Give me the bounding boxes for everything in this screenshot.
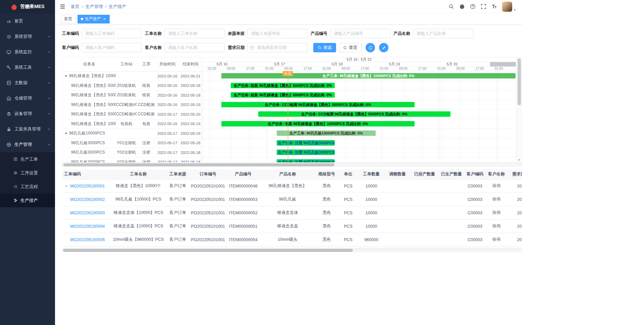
table-column-header[interactable]: 客户编码 [464,169,486,179]
filter-input-客户名称[interactable] [164,43,225,52]
filter-input-来源单据[interactable] [247,29,308,38]
table-column-header[interactable]: 产品编号 [226,169,260,179]
table-column-header[interactable]: 已生产数量 [439,169,464,179]
filter-input-客户编码[interactable] [82,43,142,52]
fullscreen-icon[interactable] [481,4,486,9]
sidebar-item-3[interactable]: 系统工具 [0,60,55,75]
gantt-vertical-scrollbar[interactable] [516,57,522,162]
gantt-horizontal-scrollbar[interactable] [62,162,522,167]
gantt-hour-label: 01:00 [494,67,503,71]
gantt-task-row[interactable]: 96孔移液盒【黑色】5000PCS CCD检测#02 CCD检测 2022-05… [62,110,202,119]
sidebar-item-0[interactable]: 首页 [0,13,55,29]
gantt-bar[interactable]: 生产工单: 96孔孔板10000PCS 完成比例: 0% [277,130,376,136]
table-cell-value: 202 [517,237,522,242]
scrollbar-thumb[interactable] [63,249,353,252]
gantt-task-row[interactable]: 96孔移液盒【黑色】5000PCS Z02组装机 组装 2022-05-16 2… [62,91,202,100]
breadcrumb-item-1[interactable]: 生产管理 [86,4,103,10]
tab-0[interactable]: 首页 [61,15,75,23]
table-column-header[interactable]: 工单名称 [111,169,166,179]
tree-caret-icon[interactable] [64,132,68,135]
table-column-header[interactable]: 规格型号 [315,169,338,179]
sidebar-subitem-0[interactable]: 生产工单 [0,152,55,166]
sidebar-subitem-2[interactable]: 工艺流程 [0,180,55,194]
filter-input-工单编码[interactable] [82,29,142,38]
scrollbar-thumb[interactable] [63,163,334,166]
tree-caret-icon[interactable] [64,74,68,78]
edit-circle-button[interactable] [379,43,388,52]
avatar[interactable] [502,2,512,12]
gantt-task-row[interactable]: 96孔孔板3000PCS Y03注塑机 注塑 2022-05-17 2022-0… [62,158,202,163]
sidebar-subitem-1[interactable]: 工序设置 [0,166,55,180]
work-order-link[interactable]: MO202205150003 [70,211,105,215]
table-column-header[interactable]: 工单来源 [166,169,190,179]
table-row[interactable]: MO202205150004移液盒盒盖【10000】PCS客户订单PO20220… [62,220,522,233]
filter-field: 来源单据 [228,29,308,38]
gantt-bar[interactable]: 生产工单: 96孔移液盒【黑色】10000PCS 完成比例: 0% [221,73,516,78]
gantt-task-row[interactable]: 96孔移液盒【黑色】5000PCS CCD检测#01 CCD检测 2022-05… [62,100,202,110]
app-logo[interactable]: 苦糖果MES [0,0,55,13]
work-order-link[interactable]: MO202205150005 [70,237,105,242]
work-order-link[interactable]: MO202205150002 [70,197,105,202]
table-cell-value: 黑色 [323,210,331,216]
gantt-task-row[interactable]: 96孔移液盒【黑色】10000PCS 包装机 包装 2022-05-16 202… [62,119,202,129]
table-row[interactable]: MO202205150001移液盒【黑色】10000个客户订单PO2022051… [62,179,522,193]
expand-caret-icon[interactable] [64,184,68,188]
user-menu[interactable] [502,2,517,12]
search-icon[interactable] [448,4,454,9]
gantt-task-row[interactable]: 96孔孔板3000PCS Y01注塑机 注塑 2022-05-17 2022-0… [62,139,202,148]
gantt-task-row[interactable]: 96孔移液盒【黑色】5000PCS Z01组装机 组装 2022-05-16 2… [62,81,202,91]
filter-input-工单名称[interactable] [164,29,225,38]
table-column-header[interactable]: 需求日期 [507,169,522,179]
table-column-header[interactable]: 单位 [338,169,358,179]
scrollbar-thumb[interactable] [518,58,521,105]
gantt-bar[interactable]: 生产任务: 包装 96孔移液盒【黑色】10000PCS 完成比例: 0% [221,121,415,126]
breadcrumb-item-2[interactable]: 生产排产 [109,4,126,10]
filter-label: 来源单据 [228,31,245,37]
breadcrumb-item-0[interactable]: 首页 [71,4,79,10]
github-icon[interactable] [459,4,465,9]
refresh-circle-button[interactable] [366,43,375,52]
task-process: 注塑 [137,150,156,155]
gantt-bar[interactable]: 生产任务: CCD检测 96孔移液盒【黑色】5000PCS 完成比例: 0% [258,111,450,117]
gantt-bar[interactable]: 生产任务: 组装 96孔移液盒【黑色】5000PCS 完成比例: 0% [231,92,335,98]
table-row[interactable]: MO202205150003移液盒盒体【10000】PCS客户订单PO20220… [62,206,522,220]
filter-input-产品名称[interactable] [413,29,473,38]
sidebar-item-1[interactable]: 系统管理 [0,29,55,44]
table-horizontal-scrollbar[interactable] [62,248,522,252]
table-column-header[interactable]: 已排产数量 [411,169,439,179]
table-column-header[interactable]: 产品名称 [260,169,315,179]
gantt-bar[interactable]: 生产任务: 注塑 96孔孔板3000PCS 完成比例: 0% [277,140,335,146]
sidebar-item-5[interactable]: 仓储管理 [0,91,55,106]
sidebar-item-6[interactable]: 设备管理 [0,106,55,121]
work-order-link[interactable]: MO202205150001 [70,184,105,188]
gantt-bar[interactable]: 生产任务: 组装 96孔移液盒【黑色】5000PCS 完成比例: 0% [231,83,335,88]
gantt-task-row[interactable]: 96孔移液盒【黑色】10000PCS 2022-05-16 2022-05-21 [62,71,202,81]
gantt-task-row[interactable]: 96孔孔板3000PCS Y02注塑机 注塑 2022-05-17 2022-0… [62,148,202,158]
filter-input-产品编号[interactable] [330,29,390,38]
filter-input-需求日期[interactable] [247,43,308,52]
scroll-down-icon[interactable] [518,158,521,162]
sidebar-item-2[interactable]: 系统监控 [0,44,55,60]
sidebar-item-8[interactable]: 生产管理 [0,137,55,152]
gantt-task-row[interactable]: 96孔孔板10000PCS 2022-05-17 2022-05-19 [62,129,202,139]
sidebar-subitem-3[interactable]: 生产排产 [0,194,55,207]
gantt-bar[interactable]: 生产任务: 注塑 96孔孔板3000PCS 完成比例: 0% [277,150,335,155]
work-order-link[interactable]: MO202205150004 [70,224,105,229]
help-icon[interactable] [470,4,476,9]
table-row[interactable]: MO20220515000510mm吸头【960000】PCS客户订单PO202… [62,233,522,247]
sidebar-collapse-icon[interactable] [60,4,65,9]
table-row[interactable]: MO20220515000296孔孔板【10000】PCS客户订单PO20220… [62,193,522,206]
table-column-header[interactable]: 工单数量 [358,169,384,179]
table-column-header[interactable]: 客户名称 [486,169,507,179]
reset-button[interactable]: 重置 [339,43,362,52]
sidebar-item-7[interactable]: 工装夹具管理 [0,121,55,137]
table-column-header[interactable]: 工单编码 [62,169,111,179]
search-button[interactable]: 搜索 [313,43,336,52]
table-column-header[interactable]: 调整数量 [384,169,411,179]
table-column-header[interactable]: 订单编号 [190,169,226,179]
tab-1[interactable]: 生产排产 [77,15,110,23]
gantt-bar[interactable]: 生产任务: CCD检测 96孔移液盒【黑色】5000PCS 完成比例: 0% [221,102,415,107]
close-icon[interactable] [103,17,106,21]
font-size-icon[interactable] [491,4,497,9]
sidebar-item-4[interactable]: 主数据 [0,75,55,91]
